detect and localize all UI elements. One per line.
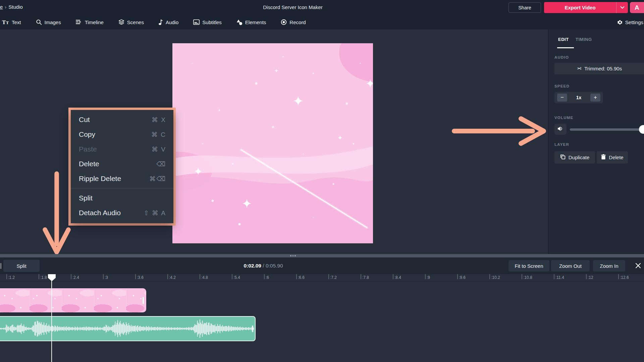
- avatar[interactable]: A: [630, 2, 644, 13]
- close-icon[interactable]: [635, 263, 641, 270]
- trimmed-label: Trimmed: 05.90s: [584, 66, 622, 71]
- ruler-tick-label: :3.6: [137, 275, 144, 280]
- svg-text:T: T: [2, 19, 6, 25]
- total-time: / 0:05.90: [261, 263, 283, 268]
- ruler-tick-label: :1.8: [40, 275, 47, 280]
- top-bar: e›Studio Discord Server Icon Maker Share…: [0, 0, 644, 15]
- audio-waveform: [0, 317, 255, 341]
- ruler-tick-label: :9.6: [459, 275, 466, 280]
- toolbar-item-subtitles[interactable]: Subtitles: [193, 19, 222, 25]
- ruler-tick: [167, 274, 168, 279]
- duplicate-button[interactable]: Duplicate: [554, 151, 595, 164]
- share-button[interactable]: Share: [508, 2, 541, 13]
- ruler-tick: [361, 274, 361, 279]
- music-note-icon: [159, 19, 163, 25]
- menu-item-label: Paste: [79, 145, 152, 153]
- time-display: 0:02.09 / 0:05.90: [244, 263, 283, 269]
- ruler-tick: [618, 274, 619, 279]
- breadcrumb-current: Studio: [8, 4, 23, 10]
- menu-item-label: Split: [79, 194, 166, 202]
- toolbar-item-label: Audio: [166, 19, 178, 25]
- zoom-out-button[interactable]: Zoom Out: [551, 260, 590, 272]
- ruler-tick-label: :7.8: [362, 275, 369, 280]
- menu-item-shortcut: ⌘⌫: [149, 175, 166, 183]
- ruler-tick-label: :10.2: [491, 275, 500, 280]
- gear-icon: [617, 19, 623, 25]
- edit-panel: EDIT TIMING AUDIO ✂ Trimmed: 05.90s SPEE…: [548, 29, 644, 254]
- shapes-icon: [236, 19, 243, 25]
- menu-item-shortcut: ⇧ ⌘ A: [144, 209, 166, 217]
- ruler-tick: [393, 274, 393, 279]
- toolbar-item-scenes[interactable]: Scenes: [118, 19, 144, 25]
- ruler-tick-label: :3: [105, 275, 108, 280]
- mute-button[interactable]: [554, 124, 567, 135]
- layers-icon: [118, 19, 124, 25]
- menu-item-copy[interactable]: Copy⌘ C: [71, 127, 173, 142]
- toolbar-item-record[interactable]: Record: [281, 19, 306, 25]
- export-video-button[interactable]: Export Video: [544, 2, 628, 13]
- pane-resize-divider[interactable]: [0, 254, 644, 257]
- menu-item-ripple-delete[interactable]: Ripple Delete⌘⌫: [71, 171, 173, 186]
- breadcrumb-separator: ›: [5, 4, 6, 10]
- ruler-tick-label: :4.2: [169, 275, 176, 280]
- menu-item-cut[interactable]: Cut⌘ X: [71, 112, 173, 127]
- toolbar-item-images[interactable]: Images: [36, 19, 61, 25]
- menu-item-label: Delete: [79, 160, 156, 168]
- speed-section-label: SPEED: [554, 84, 570, 88]
- ruler-tick-label: :11.4: [555, 275, 564, 280]
- ruler-tick-label: :2.4: [72, 275, 79, 280]
- volume-slider-knob[interactable]: [639, 125, 644, 134]
- tab-edit[interactable]: EDIT: [558, 37, 569, 42]
- toolbar-item-label: Subtitles: [202, 19, 222, 25]
- menu-item-delete[interactable]: Delete⌫: [71, 157, 173, 171]
- ruler-tick-label: :5.4: [233, 275, 240, 280]
- menu-item-label: Detach Audio: [79, 209, 144, 217]
- settings-button[interactable]: Settings: [617, 15, 644, 29]
- timeline-split-button[interactable]: Split: [3, 260, 40, 272]
- zoom-in-button[interactable]: Zoom In: [593, 260, 625, 272]
- speed-increase-button[interactable]: +: [590, 94, 600, 102]
- ruler-tick: [328, 274, 329, 279]
- volume-section-label: VOLUME: [554, 116, 573, 120]
- tab-timing[interactable]: TIMING: [576, 37, 592, 42]
- delete-layer-button[interactable]: Delete: [597, 151, 628, 164]
- chevron-down-icon[interactable]: [616, 6, 628, 9]
- breadcrumb-link[interactable]: e: [0, 4, 3, 10]
- fit-to-screen-button[interactable]: Fit to Screen: [508, 260, 549, 272]
- toolbar-item-label: Elements: [245, 19, 266, 25]
- ruler-tick-label: :10.8: [523, 275, 532, 280]
- audio-clip[interactable]: [0, 316, 256, 341]
- menu-item-split[interactable]: Split: [71, 191, 173, 205]
- ruler-tick-label: :6: [266, 275, 269, 280]
- toolbar-item-audio[interactable]: Audio: [159, 19, 178, 25]
- toolbar-item-timeline[interactable]: Timeline: [76, 19, 104, 25]
- ruler-tick-label: :1.2: [8, 275, 15, 280]
- ruler-tick: [457, 274, 458, 279]
- record-icon: [281, 19, 287, 25]
- menu-separator: [71, 188, 173, 188]
- toolbar-item-label: Record: [289, 19, 306, 25]
- trimmed-button[interactable]: ✂ Trimmed: 05.90s: [554, 63, 644, 74]
- toolbar-item-elements[interactable]: Elements: [236, 19, 266, 25]
- toolbar-item-text[interactable]: TTText: [2, 19, 21, 25]
- toolbar-item-label: Text: [12, 19, 21, 25]
- svg-text:T: T: [6, 20, 9, 25]
- playhead-line: [51, 274, 52, 362]
- ruler-tick: [554, 274, 554, 279]
- ruler-tick: [200, 274, 200, 279]
- video-clip[interactable]: [0, 288, 146, 312]
- menu-item-shortcut: ⌘ V: [152, 145, 166, 153]
- toolbar-items: TTTextImagesTimelineScenesAudioSubtitles…: [2, 15, 306, 29]
- audio-clip-trim-handle[interactable]: [252, 325, 253, 332]
- timeline-icon: [76, 19, 82, 25]
- video-clip-trim-handle[interactable]: [142, 297, 144, 304]
- ruler-tick-label: :7.2: [330, 275, 337, 280]
- menu-item-detach-audio[interactable]: Detach Audio⇧ ⌘ A: [71, 205, 173, 220]
- video-preview[interactable]: [172, 43, 373, 243]
- timeline-ruler[interactable]: :1.2:1.8:2.4:3:3.6:4.2:4.8:5.4:6:6.6:7.2…: [0, 274, 644, 282]
- volume-slider-track[interactable]: [570, 128, 644, 131]
- project-title[interactable]: Discord Server Icon Maker: [263, 4, 323, 10]
- right-arrow-annotation: [449, 116, 548, 147]
- ruler-tick: [232, 274, 232, 279]
- menu-item-label: Cut: [79, 116, 152, 124]
